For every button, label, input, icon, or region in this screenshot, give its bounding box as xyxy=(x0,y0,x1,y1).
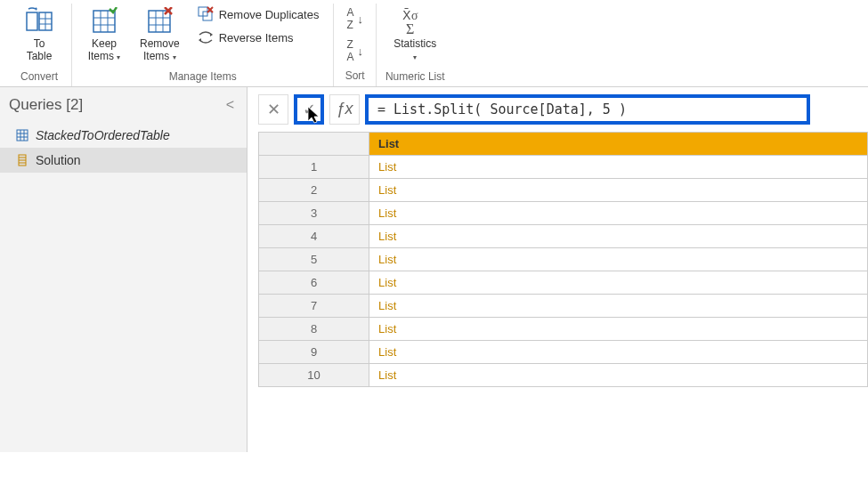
remove-items-button[interactable]: RemoveItems ▾ xyxy=(134,4,185,67)
table-row: 9List xyxy=(259,340,868,363)
row-number[interactable]: 8 xyxy=(259,317,369,340)
query-item-solution[interactable]: Solution xyxy=(0,148,247,173)
table-row: 4List xyxy=(259,224,868,247)
row-number[interactable]: 1 xyxy=(259,155,369,178)
remove-items-icon xyxy=(145,7,174,36)
column-header-list[interactable]: List xyxy=(369,132,868,155)
row-number[interactable]: 4 xyxy=(259,224,369,247)
remove-items-label: RemoveItems ▾ xyxy=(140,37,180,63)
reverse-items-label: Reverse Items xyxy=(219,31,294,44)
dropdown-arrow-icon: ▾ xyxy=(413,53,417,61)
table-row: 3List xyxy=(259,201,868,224)
formula-bar: ✕ ✓ ƒx xyxy=(247,87,868,132)
query-item-label: Solution xyxy=(36,153,81,167)
query-list: StackedToOrderedTable Solution xyxy=(0,123,247,173)
list-cell[interactable]: List xyxy=(369,178,868,201)
check-icon: ✓ xyxy=(303,100,316,119)
table-row: 2List xyxy=(259,178,868,201)
ribbon: ToTable Convert KeepItems ▾ RemoveItems … xyxy=(0,0,868,87)
to-table-button[interactable]: ToTable xyxy=(16,4,62,67)
table-row: 10List xyxy=(259,363,868,386)
statistics-icon: X̄σΣ xyxy=(401,7,429,36)
queries-title: Queries [2] xyxy=(9,96,83,114)
row-number[interactable]: 6 xyxy=(259,271,369,294)
to-table-label: ToTable xyxy=(27,37,53,63)
list-cell[interactable]: List xyxy=(369,363,868,386)
svg-rect-11 xyxy=(149,11,170,32)
table-row: 1List xyxy=(259,155,868,178)
to-table-icon xyxy=(25,7,53,36)
ribbon-group-convert: ToTable Convert xyxy=(7,4,72,86)
list-cell[interactable]: List xyxy=(369,294,868,317)
dropdown-arrow-icon: ▾ xyxy=(117,53,120,61)
cancel-formula-button[interactable]: ✕ xyxy=(258,94,288,125)
reverse-items-button[interactable]: Reverse Items xyxy=(192,27,325,48)
table-corner xyxy=(259,132,369,155)
main-area: Queries [2] < StackedToOrderedTable Solu… xyxy=(0,87,868,452)
collapse-queries-button[interactable]: < xyxy=(226,97,234,113)
query-item-stackedtoorderedtable[interactable]: StackedToOrderedTable xyxy=(0,123,247,148)
queries-header: Queries [2] < xyxy=(0,87,247,123)
x-icon: ✕ xyxy=(267,100,280,119)
remove-duplicates-button[interactable]: Remove Duplicates xyxy=(192,4,325,25)
group-label-convert: Convert xyxy=(16,70,62,83)
list-cell[interactable]: List xyxy=(369,317,868,340)
svg-text:Σ: Σ xyxy=(406,21,414,36)
keep-items-button[interactable]: KeepItems ▾ xyxy=(81,4,127,67)
row-number[interactable]: 9 xyxy=(259,340,369,363)
list-cell[interactable]: List xyxy=(369,340,868,363)
keep-items-icon xyxy=(90,7,118,36)
ribbon-group-manage-items: KeepItems ▾ RemoveItems ▾ Remove Duplica… xyxy=(72,4,334,86)
svg-text:X̄σ: X̄σ xyxy=(402,8,418,22)
query-item-label: StackedToOrderedTable xyxy=(36,128,170,142)
remove-duplicates-icon xyxy=(198,6,214,22)
statistics-button[interactable]: X̄σΣ Statistics▾ xyxy=(388,4,442,67)
svg-rect-6 xyxy=(93,11,115,32)
row-number[interactable]: 5 xyxy=(259,247,369,271)
dropdown-arrow-icon: ▾ xyxy=(173,53,176,61)
sort-descending-button[interactable]: ZA ↓ xyxy=(343,36,367,66)
down-arrow-icon: ↓ xyxy=(357,44,363,58)
list-cell[interactable]: List xyxy=(369,155,868,178)
svg-marker-23 xyxy=(199,38,201,42)
row-number[interactable]: 3 xyxy=(259,201,369,224)
formula-input[interactable] xyxy=(365,94,810,125)
group-label-sort: Sort xyxy=(343,69,367,82)
row-number[interactable]: 2 xyxy=(259,178,369,201)
svg-rect-26 xyxy=(17,130,28,141)
table-row: 5List xyxy=(259,247,868,271)
queries-pane: Queries [2] < StackedToOrderedTable Solu… xyxy=(0,87,247,452)
table-icon xyxy=(16,129,28,141)
svg-marker-22 xyxy=(210,33,213,36)
keep-items-label: KeepItems ▾ xyxy=(88,37,121,63)
svg-marker-5 xyxy=(36,7,37,11)
sort-ascending-button[interactable]: AZ ↓ xyxy=(343,4,367,34)
svg-rect-0 xyxy=(27,12,37,30)
down-arrow-icon: ↓ xyxy=(357,12,363,26)
remove-duplicates-label: Remove Duplicates xyxy=(219,8,320,21)
sort-desc-icon: ZA xyxy=(346,38,353,63)
group-label-numeric-list: Numeric List xyxy=(385,70,445,83)
data-area: ✕ ✓ ƒx List 1List2List3List4List5List6Li… xyxy=(247,87,868,452)
ribbon-group-numeric-list: X̄σΣ Statistics▾ Numeric List xyxy=(377,4,454,86)
table-row: 6List xyxy=(259,271,868,294)
group-label-manage: Manage Items xyxy=(81,70,324,83)
table-row: 8List xyxy=(259,317,868,340)
list-cell[interactable]: List xyxy=(369,271,868,294)
list-icon xyxy=(16,154,28,166)
result-list-table: List 1List2List3List4List5List6List7List… xyxy=(258,132,868,387)
row-number[interactable]: 10 xyxy=(259,363,369,386)
ribbon-group-sort: AZ ↓ ZA ↓ Sort xyxy=(334,4,377,86)
list-cell[interactable]: List xyxy=(369,201,868,224)
list-cell[interactable]: List xyxy=(369,224,868,247)
reverse-items-icon xyxy=(198,29,214,45)
row-number[interactable]: 7 xyxy=(259,294,369,317)
sort-asc-icon: AZ xyxy=(346,6,353,31)
commit-formula-button[interactable]: ✓ xyxy=(294,94,324,125)
list-cell[interactable]: List xyxy=(369,247,868,271)
statistics-label: Statistics▾ xyxy=(393,37,436,63)
table-row: 7List xyxy=(259,294,868,317)
fx-label: ƒx xyxy=(329,94,360,125)
